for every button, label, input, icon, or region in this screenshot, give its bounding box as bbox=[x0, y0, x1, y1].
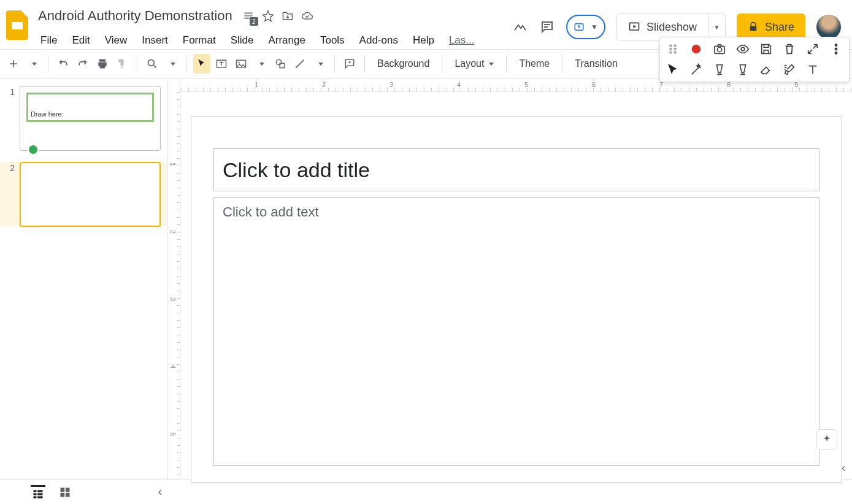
cursor-tool-icon[interactable] bbox=[665, 62, 681, 78]
activity-icon[interactable]: 2 bbox=[241, 9, 256, 23]
theme-button[interactable]: Theme bbox=[513, 54, 556, 74]
svg-point-7 bbox=[238, 62, 240, 64]
highlighter2-icon[interactable] bbox=[735, 62, 751, 78]
line-tool[interactable] bbox=[291, 54, 309, 74]
title-placeholder-text: Click to add title bbox=[223, 158, 370, 182]
menu-addons[interactable]: Add-ons bbox=[353, 32, 404, 49]
svg-rect-29 bbox=[61, 487, 65, 492]
record-icon[interactable] bbox=[688, 41, 704, 57]
new-slide-button[interactable] bbox=[5, 54, 22, 74]
account-avatar[interactable] bbox=[816, 15, 841, 39]
print-button[interactable] bbox=[94, 54, 111, 74]
menu-file[interactable]: File bbox=[34, 32, 63, 49]
trash-icon[interactable] bbox=[781, 41, 797, 57]
slide-canvas[interactable]: Click to add title Click to add text bbox=[191, 116, 842, 482]
collapse-icon[interactable] bbox=[805, 41, 821, 57]
menu-format[interactable]: Format bbox=[177, 32, 222, 49]
eye-icon[interactable] bbox=[735, 41, 751, 57]
shape-tool[interactable] bbox=[272, 54, 289, 74]
svg-rect-0 bbox=[11, 21, 23, 30]
transition-button[interactable]: Transition bbox=[569, 54, 624, 74]
svg-point-19 bbox=[741, 47, 745, 51]
slide-thumbnail-1[interactable]: Draw here: bbox=[20, 86, 161, 151]
activity-dashboard-icon[interactable] bbox=[512, 19, 528, 35]
slideshow-label: Slideshow bbox=[647, 21, 697, 34]
drag-handle-icon[interactable] bbox=[665, 41, 681, 57]
slides-logo[interactable] bbox=[5, 9, 29, 42]
svg-rect-23 bbox=[34, 490, 37, 492]
share-label: Share bbox=[765, 21, 794, 34]
menu-help[interactable]: Help bbox=[407, 32, 440, 49]
image-dropdown[interactable] bbox=[252, 54, 269, 74]
slideshow-button[interactable]: Slideshow bbox=[617, 21, 708, 34]
present-to-meeting-button[interactable]: ▼ bbox=[566, 15, 605, 39]
svg-point-22 bbox=[835, 52, 837, 54]
menu-insert[interactable]: Insert bbox=[136, 32, 174, 49]
image-tool[interactable] bbox=[232, 54, 250, 74]
new-slide-dropdown[interactable] bbox=[25, 54, 42, 74]
menu-arrange[interactable]: Arrange bbox=[262, 32, 311, 49]
activity-badge: 2 bbox=[250, 17, 258, 26]
cloud-status-icon[interactable] bbox=[300, 9, 315, 23]
doc-title[interactable]: Android Authority Demonstration bbox=[34, 7, 236, 25]
menu-last-edit[interactable]: Las... bbox=[443, 32, 481, 49]
svg-point-8 bbox=[276, 59, 281, 64]
save-icon[interactable] bbox=[758, 41, 774, 57]
menu-edit[interactable]: Edit bbox=[66, 32, 96, 49]
vertical-ruler: 1 2 3 4 5 bbox=[167, 78, 181, 479]
svg-rect-32 bbox=[66, 492, 70, 497]
menu-bar: File Edit View Insert Format Slide Arran… bbox=[34, 27, 481, 49]
slide-thumbnail-2[interactable] bbox=[20, 162, 161, 227]
zoom-button[interactable] bbox=[144, 54, 161, 74]
svg-rect-27 bbox=[34, 496, 37, 498]
background-button[interactable]: Background bbox=[371, 54, 436, 74]
more-icon[interactable] bbox=[828, 41, 844, 57]
comment-button[interactable] bbox=[341, 54, 358, 74]
svg-point-15 bbox=[674, 52, 676, 53]
svg-point-4 bbox=[148, 59, 154, 66]
collaborator-avatar bbox=[28, 144, 39, 155]
highlighter1-icon[interactable] bbox=[712, 62, 727, 78]
thumb1-text: Draw here: bbox=[31, 110, 64, 118]
comments-icon[interactable] bbox=[539, 19, 555, 35]
svg-point-16 bbox=[693, 45, 700, 53]
side-panel-toggle[interactable] bbox=[837, 462, 850, 475]
svg-rect-30 bbox=[66, 487, 70, 492]
move-icon[interactable] bbox=[280, 9, 295, 23]
svg-point-13 bbox=[674, 45, 676, 47]
svg-rect-25 bbox=[34, 493, 37, 495]
redo-button[interactable] bbox=[74, 54, 91, 74]
filmstrip-collapse-button[interactable] bbox=[152, 484, 168, 500]
slideshow-dropdown[interactable]: ▼ bbox=[708, 14, 725, 40]
svg-rect-31 bbox=[61, 492, 65, 497]
menu-tools[interactable]: Tools bbox=[314, 32, 351, 49]
zoom-dropdown[interactable] bbox=[163, 54, 180, 74]
menu-view[interactable]: View bbox=[99, 32, 134, 49]
svg-point-18 bbox=[717, 47, 721, 52]
body-placeholder[interactable]: Click to add text bbox=[213, 197, 819, 466]
svg-point-14 bbox=[674, 48, 676, 50]
camera-icon[interactable] bbox=[712, 41, 727, 57]
textbox-tool[interactable] bbox=[213, 54, 230, 74]
star-icon[interactable] bbox=[261, 9, 275, 23]
explore-button[interactable] bbox=[816, 429, 837, 450]
svg-rect-24 bbox=[37, 490, 42, 492]
paint-format-button[interactable] bbox=[113, 54, 131, 74]
menu-slide[interactable]: Slide bbox=[225, 32, 260, 49]
footer bbox=[0, 479, 852, 504]
line-dropdown[interactable] bbox=[311, 54, 328, 74]
select-tool[interactable] bbox=[193, 54, 210, 74]
wand-icon[interactable] bbox=[688, 62, 704, 78]
text-tool-icon[interactable] bbox=[805, 62, 821, 78]
eraser-icon[interactable] bbox=[758, 62, 774, 78]
grid-view-button[interactable] bbox=[58, 485, 72, 500]
filmstrip: 1 Draw here: 2 bbox=[0, 78, 167, 479]
title-placeholder[interactable]: Click to add title bbox=[213, 148, 819, 191]
svg-point-20 bbox=[835, 44, 837, 46]
svg-point-10 bbox=[670, 45, 672, 47]
text-annotate-icon[interactable] bbox=[781, 62, 797, 78]
undo-button[interactable] bbox=[55, 54, 72, 74]
svg-point-12 bbox=[670, 52, 672, 53]
filmstrip-view-button[interactable] bbox=[31, 485, 45, 500]
layout-button[interactable]: Layout bbox=[448, 54, 500, 74]
